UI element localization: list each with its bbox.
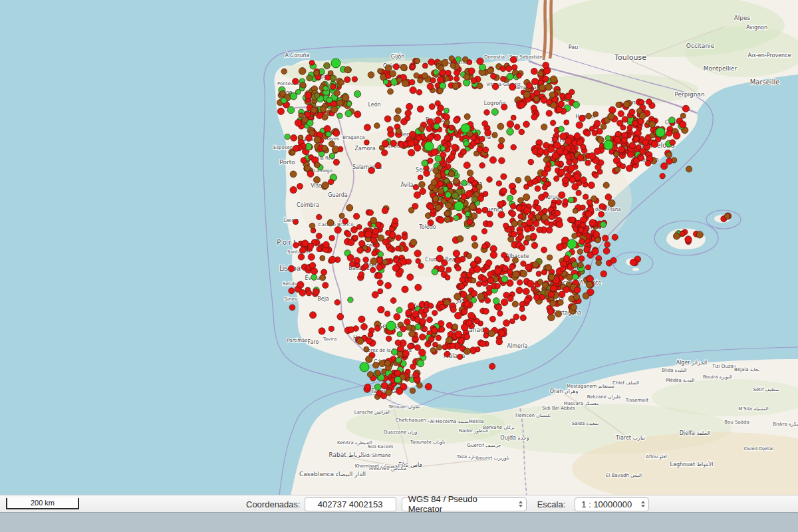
svg-text:Relizane غليزان: Relizane غليزان bbox=[587, 394, 621, 400]
svg-text:Tizi Ouzou: Tizi Ouzou bbox=[712, 364, 736, 369]
crs-select[interactable]: WGS 84 / Pseudo Mercator bbox=[402, 497, 527, 511]
status-bar: 200 km Coordenadas: WGS 84 / Pseudo Merc… bbox=[0, 495, 798, 512]
map-canvas[interactable]: A CoruñaLugoPontevedraVigoOurenseGijónOv… bbox=[0, 0, 798, 495]
svg-text:Rabat الرباط: Rabat الرباط bbox=[329, 452, 364, 458]
svg-text:Médéa المدية: Médéa المدية bbox=[666, 378, 694, 383]
svg-text:Coimbra: Coimbra bbox=[297, 202, 319, 208]
svg-text:Saïda سعيدة: Saïda سعيدة bbox=[572, 421, 598, 426]
svg-text:Aflou أفلو: Aflou أفلو bbox=[646, 454, 666, 460]
svg-text:Casablanca الدار البيضاء: Casablanca الدار البيضاء bbox=[299, 471, 366, 477]
svg-text:León: León bbox=[368, 101, 380, 108]
svg-text:Faro: Faro bbox=[308, 339, 319, 345]
svg-text:Sidi Slimane: Sidi Slimane bbox=[362, 453, 390, 458]
scale-select-value: 1 : 10000000 bbox=[581, 499, 632, 509]
background-window-area bbox=[0, 512, 798, 532]
scale-bar-label: 200 km bbox=[31, 499, 55, 507]
svg-text:Tlemcen تلمسان: Tlemcen تلمسان bbox=[514, 413, 551, 418]
svg-text:Biskra بسكرة: Biskra بسكرة bbox=[773, 422, 798, 427]
svg-text:Pau: Pau bbox=[569, 45, 578, 51]
svg-text:Ouazzane وزان: Ouazzane وزان bbox=[384, 430, 418, 435]
svg-text:Melilla: Melilla bbox=[469, 419, 483, 424]
svg-text:Bou Saâda: Bou Saâda bbox=[724, 420, 749, 425]
crs-select-value: WGS 84 / Pseudo Mercator bbox=[408, 494, 513, 514]
svg-text:Mascara معسكر: Mascara معسكر bbox=[564, 401, 599, 406]
svg-text:Khemisset الخميسات: Khemisset الخميسات bbox=[355, 464, 400, 469]
svg-text:Aix-en-Provence: Aix-en-Provence bbox=[748, 53, 791, 59]
svg-text:Avignon: Avignon bbox=[746, 25, 767, 31]
svg-text:Taourirt تاوريرت: Taourirt تاوريرت bbox=[474, 456, 509, 461]
svg-text:Toulouse: Toulouse bbox=[614, 53, 646, 62]
svg-text:Sidi Kacem: Sidi Kacem bbox=[368, 444, 394, 450]
svg-text:Chlef الشلف: Chlef الشلف bbox=[612, 380, 639, 386]
coordinates-label: Coordenadas: bbox=[246, 499, 301, 509]
svg-text:Marseille: Marseille bbox=[750, 78, 780, 86]
svg-text:Porto: Porto bbox=[279, 159, 295, 166]
svg-text:Ávila: Ávila bbox=[400, 181, 413, 188]
svg-text:Bouira البويرة: Bouira البويرة bbox=[703, 374, 732, 380]
svg-text:Taounate تاونات: Taounate تاونات bbox=[410, 440, 445, 445]
svg-text:Sidi Bel Abbès: Sidi Bel Abbès bbox=[542, 406, 575, 411]
svg-text:El Bayadh البيض: El Bayadh البيض bbox=[606, 473, 642, 478]
svg-text:Bragança: Bragança bbox=[342, 135, 364, 140]
formentera-island bbox=[632, 268, 639, 271]
svg-text:Béjaïa بجاية: Béjaïa بجاية bbox=[734, 367, 759, 372]
svg-text:Tissemsilt: Tissemsilt bbox=[625, 398, 649, 403]
chevron-up-down-icon bbox=[641, 501, 645, 507]
svg-text:A Coruña: A Coruña bbox=[285, 53, 310, 59]
svg-text:Alpes: Alpes bbox=[734, 15, 751, 21]
svg-text:Laghouat الأغواط: Laghouat الأغواط bbox=[670, 461, 714, 467]
chevron-up-down-icon bbox=[519, 501, 523, 507]
svg-text:Tétouan تطوان: Tétouan تطوان bbox=[388, 404, 420, 410]
svg-text:Occitanie: Occitanie bbox=[686, 43, 715, 49]
svg-text:Larache العرائش: Larache العرائش bbox=[354, 410, 390, 415]
svg-text:Guercif جرسيف: Guercif جرسيف bbox=[467, 443, 501, 448]
svg-text:Tavira: Tavira bbox=[323, 336, 337, 342]
svg-text:Lamego: Lamego bbox=[314, 168, 332, 174]
svg-text:Al Hoceima الحسيمة: Al Hoceima الحسيمة bbox=[430, 419, 475, 424]
svg-text:Mostaganem مستغانم: Mostaganem مستغانم bbox=[567, 384, 614, 389]
svg-text:Oujda وجدة: Oujda وجدة bbox=[500, 435, 529, 441]
svg-text:Toledo: Toledo bbox=[418, 224, 436, 230]
svg-text:Montpellier: Montpellier bbox=[704, 65, 737, 72]
svg-text:Perpignan: Perpignan bbox=[674, 91, 704, 98]
svg-text:Djelfa الجلفة: Djelfa الجلفة bbox=[680, 430, 711, 436]
svg-text:Blida البليدة: Blida البليدة bbox=[662, 368, 687, 373]
svg-text:Tiaret تيارت: Tiaret تيارت bbox=[615, 435, 645, 441]
svg-text:Kenitra القنيطرة: Kenitra القنيطرة bbox=[337, 440, 372, 446]
svg-text:Oran وهران: Oran وهران bbox=[550, 388, 579, 394]
coordinates-input[interactable] bbox=[305, 497, 396, 511]
svg-text:Alger الجزائر: Alger الجزائر bbox=[676, 360, 708, 366]
svg-text:Berkane بركان: Berkane بركان bbox=[483, 425, 515, 430]
scale-label: Escala: bbox=[537, 499, 566, 509]
svg-text:Guarda: Guarda bbox=[328, 192, 347, 198]
scale-select[interactable]: 1 : 10000000 bbox=[575, 497, 649, 511]
svg-text:Sétif سطيف: Sétif سطيف bbox=[753, 387, 779, 392]
svg-text:Castelo Branco: Castelo Branco bbox=[319, 222, 354, 227]
svg-text:Portimão: Portimão bbox=[287, 338, 307, 343]
svg-text:Gijón: Gijón bbox=[391, 53, 405, 60]
svg-text:Ouled Djellal: Ouled Djellal bbox=[744, 446, 774, 452]
scale-bar: 200 km bbox=[6, 498, 79, 509]
svg-text:Sines: Sines bbox=[285, 297, 297, 302]
svg-text:Almería: Almería bbox=[507, 343, 528, 349]
svg-text:Taza تازة: Taza تازة bbox=[456, 454, 476, 460]
svg-text:Beja: Beja bbox=[317, 296, 329, 302]
svg-text:M'Sila المسيلة: M'Sila المسيلة bbox=[738, 406, 768, 412]
svg-text:Zamora: Zamora bbox=[354, 146, 375, 152]
